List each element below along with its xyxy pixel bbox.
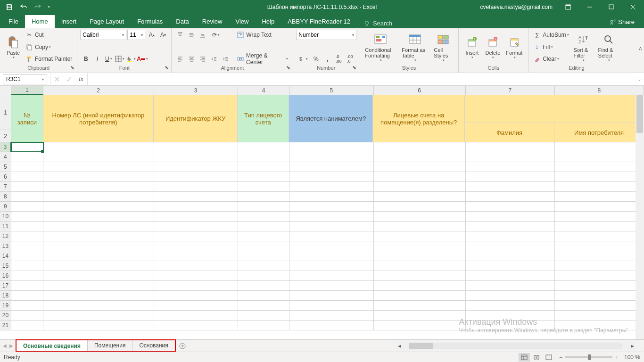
cell[interactable]	[43, 281, 154, 290]
align-middle-button[interactable]	[186, 30, 197, 40]
cell[interactable]	[555, 271, 644, 280]
cell[interactable]	[374, 311, 466, 320]
qat-customize[interactable]: ▾	[45, 1, 52, 13]
row-header-21[interactable]: 21	[0, 321, 11, 330]
close-button[interactable]	[622, 0, 644, 14]
tab-insert[interactable]: Insert	[55, 15, 83, 28]
cell[interactable]	[289, 251, 373, 261]
increase-font-button[interactable]: A▴	[146, 30, 157, 40]
cell[interactable]	[154, 251, 238, 261]
cell[interactable]	[289, 142, 373, 152]
tab-view[interactable]: View	[229, 15, 255, 28]
cell[interactable]	[374, 182, 466, 191]
cell[interactable]	[289, 311, 373, 320]
cell[interactable]	[11, 202, 43, 211]
cell[interactable]	[238, 241, 290, 251]
cell[interactable]	[43, 192, 154, 201]
cell[interactable]	[466, 271, 555, 280]
cell[interactable]	[466, 162, 555, 172]
cell[interactable]	[43, 291, 154, 300]
row-header-15[interactable]: 15	[0, 261, 11, 271]
cell[interactable]	[466, 172, 555, 181]
maximize-button[interactable]	[601, 0, 622, 14]
align-center-button[interactable]	[186, 54, 197, 64]
cell[interactable]	[11, 271, 43, 280]
vertical-scrollbar[interactable]	[636, 95, 644, 339]
align-bottom-button[interactable]	[197, 30, 208, 40]
cell[interactable]	[466, 182, 555, 191]
cell[interactable]	[154, 271, 238, 280]
delete-cells-button[interactable]: × Delete▾	[482, 30, 503, 64]
cell[interactable]	[238, 202, 290, 211]
page-layout-view-button[interactable]	[531, 353, 542, 362]
cell[interactable]	[289, 182, 373, 191]
cell[interactable]	[289, 222, 373, 231]
undo-button[interactable]	[17, 1, 30, 13]
cell[interactable]	[238, 291, 290, 300]
underline-button[interactable]: U▾	[103, 54, 114, 64]
cell[interactable]	[555, 241, 644, 251]
header-cell-6[interactable]: Лицевые счета на помещение(я) разделены?	[373, 95, 465, 142]
cell[interactable]	[466, 241, 555, 251]
cell[interactable]	[289, 202, 373, 211]
header-cell-7[interactable]: Фамилия	[465, 123, 554, 142]
cell[interactable]	[11, 261, 43, 271]
cell[interactable]	[43, 182, 154, 191]
tab-home[interactable]: Home	[25, 15, 55, 28]
cell[interactable]	[374, 222, 466, 231]
format-painter-button[interactable]: Format Painter	[24, 54, 74, 64]
cell[interactable]	[43, 162, 154, 172]
cell[interactable]	[374, 321, 466, 330]
header-cell-8[interactable]: Имя потребителя	[554, 123, 644, 142]
cell[interactable]	[374, 152, 466, 162]
clear-button[interactable]: Clear▾	[531, 54, 570, 64]
cut-button[interactable]: ✂ Cut	[24, 30, 74, 40]
font-name-combo[interactable]: Calibri▾	[80, 30, 126, 40]
cell[interactable]	[154, 241, 238, 251]
cell[interactable]	[11, 172, 43, 181]
user-email[interactable]: cvetaeva.nastya@gmail.com	[475, 4, 557, 10]
cell[interactable]	[154, 231, 238, 241]
cell[interactable]	[289, 192, 373, 201]
row-header-3[interactable]: 3	[0, 142, 11, 152]
header-cell-1[interactable]: № записи	[11, 95, 43, 142]
cell[interactable]	[11, 152, 43, 162]
col-header-5[interactable]: 5	[289, 86, 373, 95]
cell[interactable]	[11, 241, 43, 251]
zoom-out-button[interactable]: −	[559, 354, 562, 361]
cell[interactable]	[238, 311, 290, 320]
insert-function-button[interactable]: fx	[75, 74, 87, 84]
cell[interactable]	[466, 202, 555, 211]
find-select-button[interactable]: Find & Select▾	[595, 30, 622, 64]
align-top-button[interactable]	[174, 30, 186, 40]
page-break-view-button[interactable]	[543, 353, 554, 362]
number-format-combo[interactable]: Number▾	[296, 30, 356, 40]
cell[interactable]	[238, 152, 290, 162]
cell[interactable]	[154, 202, 238, 211]
cell[interactable]	[289, 261, 373, 271]
cell[interactable]	[43, 271, 154, 280]
row-header-16[interactable]: 16	[0, 271, 11, 280]
cell[interactable]	[374, 212, 466, 221]
zoom-in-button[interactable]: +	[615, 354, 619, 361]
cell[interactable]	[374, 301, 466, 310]
cell[interactable]	[374, 162, 466, 172]
row-header-12[interactable]: 12	[0, 231, 11, 241]
cell[interactable]	[466, 192, 555, 201]
sheet-nav-next[interactable]: ▶	[9, 343, 13, 348]
cell[interactable]	[555, 152, 644, 162]
cell[interactable]	[374, 261, 466, 271]
cell[interactable]	[466, 231, 555, 241]
cell[interactable]	[11, 301, 43, 310]
format-cells-button[interactable]: Format▾	[503, 30, 525, 64]
cell[interactable]	[289, 212, 373, 221]
row-header-7[interactable]: 7	[0, 182, 11, 191]
zoom-level[interactable]: 100 %	[621, 354, 640, 361]
align-left-button[interactable]	[174, 54, 186, 64]
cell[interactable]	[43, 202, 154, 211]
cell[interactable]	[466, 142, 555, 152]
cell[interactable]	[154, 261, 238, 271]
tab-review[interactable]: Review	[196, 15, 229, 28]
header-cell-2[interactable]: Номер ЛС (иной идентификатор потребителя…	[43, 95, 154, 142]
decrease-indent-button[interactable]	[208, 54, 220, 64]
